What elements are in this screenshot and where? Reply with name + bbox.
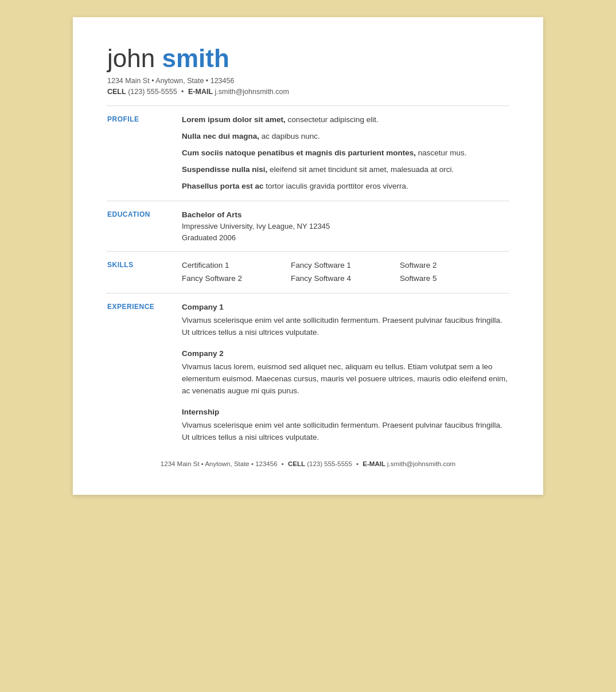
last-name: smith (162, 44, 229, 72)
footer-cell-label: CELL (288, 460, 305, 467)
divider-header (107, 105, 509, 106)
cell-label: CELL (107, 88, 126, 96)
skill-6: Software 5 (400, 273, 509, 285)
exp-company-3: Internship (182, 406, 509, 419)
profile-bold-1: Lorem ipsum dolor sit amet, (182, 115, 286, 124)
experience-label: EXPERIENCE (107, 302, 182, 311)
edu-university: Impressive University, Ivy League, NY 12… (182, 221, 509, 232)
first-name: john (107, 44, 155, 72)
contact-line: CELL (123) 555-5555 • E-MAIL j.smith@joh… (107, 87, 509, 97)
edu-degree: Bachelor of Arts (182, 209, 509, 221)
header: john smith 1234 Main St • Anytown, State… (107, 45, 509, 97)
exp-entry-3: Internship Vivamus scelerisque enim vel … (182, 406, 509, 444)
profile-para-4: Suspendisse nulla nisi, eleifend sit ame… (182, 164, 509, 176)
footer: 1234 Main St • Anytown, State • 123456 •… (107, 460, 509, 467)
exp-desc-1: Vivamus scelerisque enim vel ante sollic… (182, 315, 509, 339)
divider-skills (107, 293, 509, 294)
profile-bold-4: Suspendisse nulla nisi, (182, 165, 267, 174)
skill-1: Certification 1 (182, 260, 291, 272)
profile-para-5: Phasellus porta est ac tortor iaculis gr… (182, 181, 509, 193)
footer-cell-value: (123) 555-5555 (307, 460, 352, 467)
exp-entry-1: Company 1 Vivamus scelerisque enim vel a… (182, 302, 509, 339)
profile-label: PROFILE (107, 114, 182, 123)
divider-profile (107, 201, 509, 201)
profile-bold-5: Phasellus porta est ac (182, 182, 264, 190)
email-label: E-MAIL (188, 88, 213, 96)
education-section: EDUCATION Bachelor of Arts Impressive Un… (107, 209, 509, 244)
footer-email-value: j.smith@johnsmith.com (387, 460, 455, 467)
footer-email-label: E-MAIL (362, 460, 385, 467)
email-value: j.smith@johnsmith.com (215, 88, 289, 96)
skills-section: SKILLS Certification 1 Fancy Software 1 … (107, 260, 509, 285)
footer-address: 1234 Main St • Anytown, State • 123456 (161, 460, 278, 467)
resume-container: john smith 1234 Main St • Anytown, State… (73, 17, 543, 495)
profile-bold-3: Cum sociis natoque penatibus et magnis d… (182, 148, 416, 157)
skill-3: Software 2 (400, 260, 509, 272)
skills-label: SKILLS (107, 260, 182, 269)
address-line: 1234 Main St • Anytown, State • 123456 (107, 76, 509, 87)
experience-content: Company 1 Vivamus scelerisque enim vel a… (182, 302, 509, 443)
profile-para-2: Nulla nec dui magna, ac dapibus nunc. (182, 131, 509, 143)
edu-graduated: Graduated 2006 (182, 232, 509, 244)
exp-entry-2: Company 2 Vivamus lacus lorem, euismod s… (182, 348, 509, 397)
profile-section: PROFILE Lorem ipsum dolor sit amet, cons… (107, 114, 509, 193)
education-label: EDUCATION (107, 209, 182, 218)
name-line: john smith (107, 45, 509, 72)
skill-5: Fancy Software 4 (291, 273, 400, 285)
exp-desc-2: Vivamus lacus lorem, euismod sed aliquet… (182, 361, 509, 397)
skills-content: Certification 1 Fancy Software 1 Softwar… (182, 260, 509, 285)
footer-bullet1: • (282, 460, 284, 467)
bullet1: • (181, 88, 184, 96)
skill-4: Fancy Software 2 (182, 273, 291, 285)
skills-grid: Certification 1 Fancy Software 1 Softwar… (182, 260, 509, 285)
exp-company-2: Company 2 (182, 348, 509, 360)
profile-bold-2: Nulla nec dui magna, (182, 132, 259, 140)
cell-number: (123) 555-5555 (128, 88, 177, 96)
profile-content: Lorem ipsum dolor sit amet, consectetur … (182, 114, 509, 193)
profile-para-3: Cum sociis natoque penatibus et magnis d… (182, 147, 509, 159)
skill-2: Fancy Software 1 (291, 260, 400, 272)
exp-company-1: Company 1 (182, 302, 509, 314)
footer-bullet2: • (356, 460, 358, 467)
profile-para-1: Lorem ipsum dolor sit amet, consectetur … (182, 114, 509, 126)
education-content: Bachelor of Arts Impressive University, … (182, 209, 509, 244)
exp-desc-3: Vivamus scelerisque enim vel ante sollic… (182, 420, 509, 444)
divider-education (107, 251, 509, 252)
experience-section: EXPERIENCE Company 1 Vivamus scelerisque… (107, 302, 509, 443)
